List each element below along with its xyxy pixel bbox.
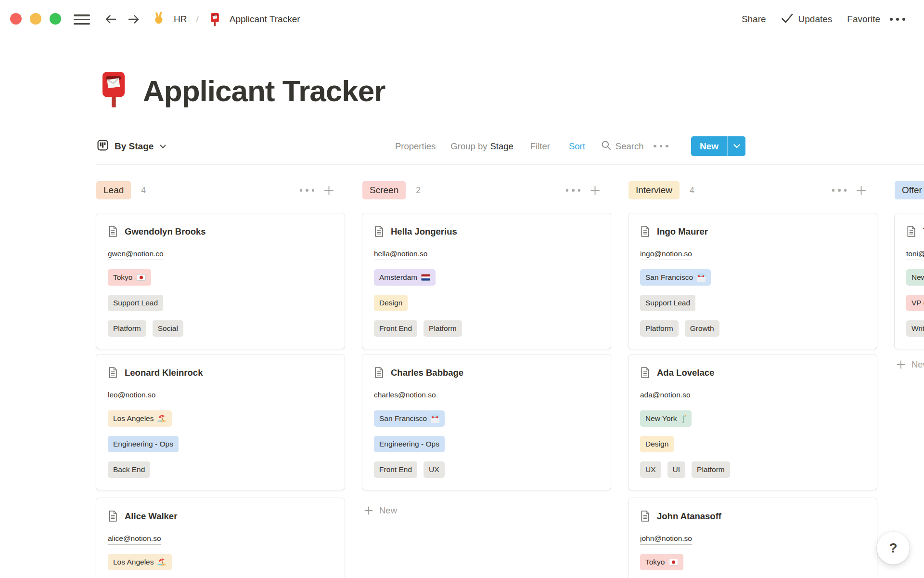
- breadcrumb-workspace[interactable]: HR: [174, 14, 187, 25]
- card-header: Hella Jongerius: [374, 224, 599, 239]
- board-column-screen: Screen2Hella Jongeriushella@notion.soAms…: [362, 181, 611, 578]
- more-options-icon[interactable]: [890, 18, 905, 21]
- property-tag: UX: [640, 461, 661, 478]
- tag-row: PlatformGrowth: [640, 320, 865, 337]
- column-more-icon[interactable]: [832, 189, 847, 192]
- filter-button[interactable]: Filter: [530, 141, 550, 152]
- page-icon: [640, 367, 650, 381]
- column-add-icon[interactable]: [856, 185, 867, 196]
- card-email-link[interactable]: alice@notion.so: [108, 534, 161, 545]
- property-tag: Amsterdam: [374, 269, 436, 286]
- card[interactable]: Charles Babbagecharles@notion.soSan Fran…: [362, 355, 611, 490]
- column-actions: [566, 183, 601, 198]
- card-title: Hella Jongerius: [391, 224, 457, 239]
- card[interactable]: Hella Jongeriushella@notion.soAmsterdamD…: [362, 213, 611, 349]
- plus-icon: [364, 506, 373, 515]
- column-title-tag[interactable]: Offer: [895, 181, 924, 199]
- properties-button[interactable]: Properties: [395, 141, 436, 152]
- column-header: Interview4: [629, 181, 877, 200]
- card[interactable]: Leonard Kleinrockleo@notion.soLos Angele…: [96, 355, 345, 490]
- column-count: 4: [690, 185, 694, 196]
- card-header: Charles Babbage: [374, 365, 599, 381]
- column-header: Offer: [895, 181, 924, 200]
- toolbar-more-icon[interactable]: [654, 145, 668, 148]
- column-actions: [300, 183, 335, 198]
- column-add-icon[interactable]: [590, 185, 601, 196]
- property-tag: UI: [667, 461, 686, 478]
- tag-row: San Francisco: [640, 269, 865, 286]
- chevron-down-icon: [160, 142, 166, 151]
- card-email-link[interactable]: ada@notion.so: [640, 390, 691, 401]
- card[interactable]: Alice Walkeralice@notion.soLos Angeles: [96, 498, 345, 578]
- breadcrumb-page[interactable]: Applicant Tracker: [230, 14, 300, 25]
- property-tag: Social: [153, 320, 183, 337]
- property-tag: Writ: [906, 320, 924, 337]
- column-title-tag[interactable]: Lead: [96, 181, 131, 199]
- view-switcher[interactable]: By Stage: [97, 136, 166, 156]
- card-email-link[interactable]: john@notion.so: [640, 534, 692, 545]
- flag-netherlands-icon: [421, 274, 430, 281]
- property-tag: Front End: [374, 461, 417, 478]
- breadcrumb-separator: /: [196, 14, 198, 25]
- fog-bridge-icon: [431, 414, 439, 423]
- column-more-icon[interactable]: [300, 189, 315, 192]
- card-email-link[interactable]: leo@notion.so: [108, 390, 155, 401]
- page-icon: [906, 225, 916, 239]
- card[interactable]: Ada Lovelaceada@notion.soNew YorkDesignU…: [629, 355, 877, 490]
- column-title-tag[interactable]: Interview: [629, 181, 680, 199]
- property-tag: Los Angeles: [108, 410, 172, 427]
- column-count: 2: [416, 185, 421, 196]
- back-arrow-icon[interactable]: [103, 12, 118, 26]
- card[interactable]: Ingo Maureringo@notion.soSan FranciscoSu…: [629, 213, 877, 349]
- new-button-chevron-icon[interactable]: [728, 136, 745, 156]
- statue-of-liberty-icon: [680, 414, 686, 423]
- column-more-icon[interactable]: [566, 189, 581, 192]
- column-title-tag[interactable]: Screen: [362, 181, 406, 199]
- tag-row: Amsterdam: [374, 269, 599, 286]
- close-window-button[interactable]: [10, 13, 22, 25]
- card-email-link[interactable]: toni@: [906, 249, 924, 260]
- flag-japan-icon: [137, 274, 146, 281]
- group-by-button[interactable]: Group byStage: [450, 141, 513, 152]
- property-tag: Platform: [692, 461, 730, 478]
- page-icon: [640, 225, 650, 239]
- card-title: Ingo Maurer: [657, 224, 708, 239]
- topbar-actions: Share Updates Favorite: [742, 0, 905, 39]
- add-card-button[interactable]: New: [896, 359, 924, 370]
- card-header: Leonard Kleinrock: [108, 365, 333, 381]
- card-email-link[interactable]: hella@notion.so: [374, 249, 427, 260]
- property-tag: UX: [424, 461, 445, 478]
- card-email-link[interactable]: ingo@notion.so: [640, 249, 692, 260]
- tag-row: Design: [374, 295, 599, 311]
- tag-row: Writ: [906, 320, 924, 337]
- add-card-button[interactable]: New: [364, 505, 397, 516]
- tag-row: VP o: [906, 295, 924, 311]
- card-header: Ingo Maurer: [640, 224, 865, 239]
- card-email-link[interactable]: gwen@notion.co: [108, 249, 164, 260]
- card-header: Alice Walker: [108, 509, 333, 524]
- tag-row: Design: [640, 436, 865, 452]
- zoom-window-button[interactable]: [50, 13, 61, 25]
- card-email-link[interactable]: charles@notion.so: [374, 390, 436, 401]
- check-icon: [781, 13, 794, 26]
- flag-japan-icon: [669, 559, 678, 565]
- sort-button[interactable]: Sort: [569, 141, 585, 152]
- sidebar-menu-icon[interactable]: [74, 14, 90, 25]
- favorite-button[interactable]: Favorite: [847, 14, 880, 25]
- help-button[interactable]: ?: [877, 532, 910, 565]
- card[interactable]: Gwendolyn Brooksgwen@notion.coTokyoSuppo…: [96, 213, 345, 349]
- postbox-icon[interactable]: [96, 70, 131, 111]
- tag-row: Tokyo: [640, 554, 865, 570]
- column-add-icon[interactable]: [323, 185, 334, 196]
- beach-umbrella-icon: [157, 415, 167, 422]
- card[interactable]: John Atanasoffjohn@notion.soTokyo: [629, 498, 877, 578]
- share-button[interactable]: Share: [742, 14, 766, 25]
- new-record-button[interactable]: New: [691, 136, 745, 156]
- card[interactable]: Ttoni@NewVP oWrit: [895, 213, 924, 349]
- search-button[interactable]: Search: [601, 140, 644, 153]
- property-tag: Engineering - Ops: [108, 436, 179, 452]
- property-tag: Tokyo: [640, 554, 683, 570]
- updates-button[interactable]: Updates: [781, 13, 833, 26]
- minimize-window-button[interactable]: [30, 13, 41, 25]
- forward-arrow-icon[interactable]: [127, 12, 141, 26]
